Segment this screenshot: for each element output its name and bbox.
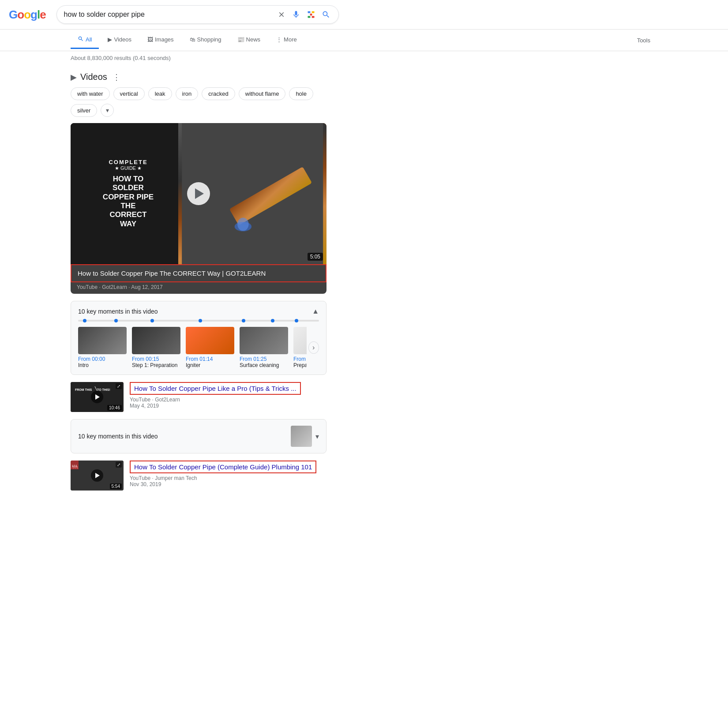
chip-vertical[interactable]: vertical <box>113 87 145 100</box>
video-3-duration: 5:54 <box>110 483 122 489</box>
timeline-dot-7 <box>295 319 298 322</box>
main-video-meta: YouTube · Got2Learn · Aug 12, 2017 <box>71 282 326 294</box>
timeline-dot-1 <box>83 319 86 322</box>
timeline-dot-3 <box>150 319 154 322</box>
timeline-dot-5 <box>242 319 245 322</box>
moment-3-time: From 01:14 <box>186 356 234 362</box>
more-icon: ⋮ <box>276 36 282 43</box>
tab-all[interactable]: All <box>71 31 99 49</box>
chip-iron[interactable]: iron <box>176 87 199 100</box>
moment-4-label: Surface cleaning <box>240 362 288 368</box>
video-2-info: How To Solder Copper Pipe Like a Pro (Ti… <box>130 382 326 412</box>
tab-images-label: Images <box>155 36 174 43</box>
tab-news-label: News <box>246 36 261 43</box>
chip-with-water[interactable]: with water <box>71 87 110 100</box>
moments-grid: From 00:00 Intro From 00:15 Step 1: Prep… <box>78 327 307 368</box>
main-video-thumbnail[interactable]: COMPLETE ★ GUIDE ★ HOW TOSOLDERCOPPER PI… <box>71 123 326 264</box>
main-video-play-button[interactable] <box>187 182 210 205</box>
chip-leak[interactable]: leak <box>148 87 172 100</box>
moment-thumb-1 <box>78 327 127 354</box>
tab-images[interactable]: 🖼 Images <box>140 32 181 49</box>
moment-3-label: Igniter <box>186 362 234 368</box>
tab-shopping-label: Shopping <box>197 36 221 43</box>
video-2-thumbnail[interactable]: FROM THIS TO THIS! 10:46 ⤢ <box>71 382 124 412</box>
results-count: About 8,830,000 results (0.41 seconds) <box>0 51 728 65</box>
video-2-date: May 4, 2019 <box>130 403 326 409</box>
key-moments-collapse-button[interactable]: ▲ <box>312 307 319 315</box>
main-video-source: YouTube <box>77 284 98 290</box>
moment-1-label: Intro <box>78 362 127 368</box>
svg-text:FROM THIS: FROM THIS <box>75 388 92 391</box>
voice-search-button[interactable] <box>291 9 301 20</box>
video-3-expand-icon: ⤢ <box>116 462 122 468</box>
image-search-button[interactable] <box>306 9 316 20</box>
key-moments-1: 10 key moments in this video ▲ From 00:0… <box>71 301 326 375</box>
play-arrow-icon <box>195 188 204 199</box>
video-2-source: YouTube · Got2Learn <box>130 397 326 403</box>
search-button[interactable] <box>321 9 331 20</box>
tab-more[interactable]: ⋮ More <box>269 32 304 49</box>
video-2-title[interactable]: How To Solder Copper Pipe Like a Pro (Ti… <box>130 382 301 395</box>
moment-1[interactable]: From 00:00 Intro <box>78 327 127 368</box>
main-video-channel: Got2Learn <box>102 284 127 290</box>
video-2-expand-icon: ⤢ <box>116 383 122 389</box>
chip-hole[interactable]: hole <box>289 87 313 100</box>
moment-2-time: From 00:15 <box>132 356 180 362</box>
main-video: COMPLETE ★ GUIDE ★ HOW TOSOLDERCOPPER PI… <box>71 123 326 294</box>
moment-2[interactable]: From 00:15 Step 1: Preparation <box>132 327 180 368</box>
chip-expand-button[interactable]: ▾ <box>101 104 114 117</box>
tab-all-label: All <box>86 36 92 43</box>
tab-videos[interactable]: ▶ Videos <box>101 32 139 49</box>
moment-4[interactable]: From 01:25 Surface cleaning <box>240 327 288 368</box>
search-input[interactable] <box>64 11 273 19</box>
all-icon <box>78 36 84 43</box>
video-3-thumbnail[interactable]: 101 101 5:54 ⤢ <box>71 461 124 491</box>
overlay-main-text: HOW TOSOLDERCOPPER PIPETHECORRECTWAY <box>103 175 154 228</box>
moment-thumb-2 <box>132 327 180 354</box>
main-video-duration: 5:05 <box>308 253 323 261</box>
search-tabs: All ▶ Videos 🖼 Images 🛍 Shopping 📰 News … <box>0 30 728 51</box>
shopping-icon: 🛍 <box>190 36 195 43</box>
tab-more-label: More <box>284 36 297 43</box>
svg-text:101: 101 <box>71 464 78 468</box>
video-2-duration: 10:46 <box>107 405 122 411</box>
video-3-date: Nov 30, 2019 <box>130 481 326 487</box>
video-text-overlay: COMPLETE ★ GUIDE ★ HOW TOSOLDERCOPPER PI… <box>71 123 186 264</box>
key-moments-label: 10 key moments in this video <box>78 308 158 315</box>
videos-section-header: ▶ Videos ⋮ <box>71 72 326 82</box>
video-3-item: 101 101 5:54 ⤢ How To Solder Copper Pipe… <box>71 461 326 491</box>
tools-button[interactable]: Tools <box>630 33 657 48</box>
key-moments-2-expand-button[interactable]: ▾ <box>315 432 319 441</box>
tab-news[interactable]: 📰 News <box>230 32 268 49</box>
chip-without-flame[interactable]: without flame <box>239 87 286 100</box>
overlay-line1: COMPLETE <box>109 159 147 165</box>
moment-3[interactable]: From 01:14 Igniter <box>186 327 234 368</box>
main-content: ▶ Videos ⋮ with water vertical leak iron… <box>0 65 397 501</box>
moment-5[interactable]: From 02:... Preparation <box>293 327 307 368</box>
main-video-title[interactable]: How to Solder Copper Pipe The CORRECT Wa… <box>71 264 326 282</box>
chip-silver[interactable]: silver <box>71 104 97 117</box>
moment-thumb-3 <box>186 327 234 354</box>
moment-thumb-4 <box>240 327 288 354</box>
svg-rect-1 <box>308 11 310 13</box>
moment-1-time: From 00:00 <box>78 356 127 362</box>
moments-row: From 00:00 Intro From 00:15 Step 1: Prep… <box>78 327 319 368</box>
collapsed-thumb-image <box>291 426 312 447</box>
tab-shopping[interactable]: 🛍 Shopping <box>183 32 229 49</box>
svg-point-9 <box>237 217 249 231</box>
chip-cracked[interactable]: cracked <box>202 87 235 100</box>
overlay-stars: ★ GUIDE ★ <box>115 165 142 171</box>
svg-rect-2 <box>311 11 314 13</box>
moments-next-button[interactable]: › <box>308 341 319 354</box>
search-icons <box>277 9 331 20</box>
video-3-title[interactable]: How To Solder Copper Pipe (Complete Guid… <box>130 461 316 473</box>
google-logo[interactable]: Google <box>9 8 46 22</box>
key-moments-header: 10 key moments in this video ▲ <box>78 307 319 315</box>
header: Google <box>0 0 728 30</box>
section-menu-icon[interactable]: ⋮ <box>113 72 120 82</box>
key-moments-2: 10 key moments in this video ▾ <box>71 419 326 453</box>
main-video-date: Aug 12, 2017 <box>131 284 162 290</box>
small-arrow-icon <box>95 394 100 400</box>
video-3-source: YouTube · Jumper man Tech <box>130 475 326 481</box>
clear-button[interactable] <box>277 10 286 19</box>
